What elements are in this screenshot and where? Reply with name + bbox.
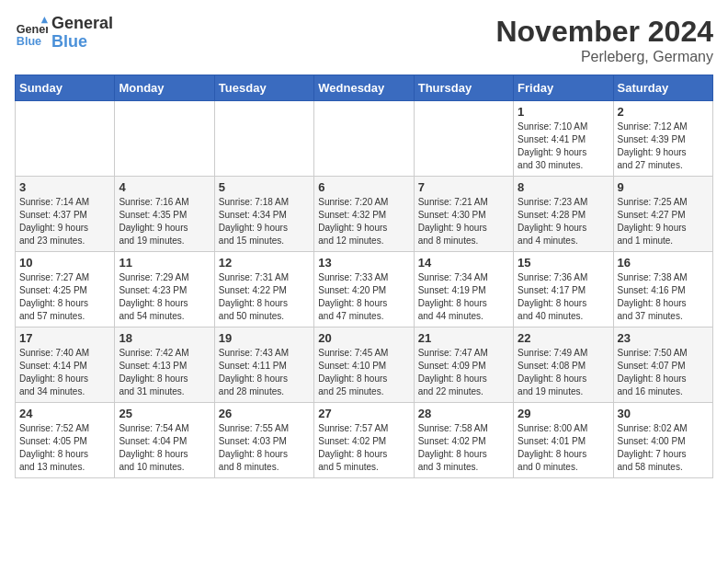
calendar-cell <box>115 101 214 177</box>
day-number: 19 <box>219 331 310 345</box>
weekday-header-friday: Friday <box>514 75 613 101</box>
day-number: 12 <box>219 256 310 270</box>
day-info: Sunrise: 7:25 AM Sunset: 4:27 PM Dayligh… <box>618 196 709 247</box>
calendar-cell: 17Sunrise: 7:40 AM Sunset: 4:14 PM Dayli… <box>16 327 115 403</box>
page-header: General Blue General Blue November 2024 … <box>15 15 713 65</box>
logo: General Blue General Blue <box>15 15 113 52</box>
calendar-cell <box>414 101 513 177</box>
calendar-week-row: 24Sunrise: 7:52 AM Sunset: 4:05 PM Dayli… <box>16 403 713 478</box>
day-number: 24 <box>19 407 110 420</box>
logo-icon: General Blue <box>15 17 48 50</box>
weekday-header-monday: Monday <box>115 75 214 101</box>
day-number: 5 <box>219 180 310 194</box>
calendar-cell: 19Sunrise: 7:43 AM Sunset: 4:11 PM Dayli… <box>214 327 313 403</box>
day-info: Sunrise: 7:12 AM Sunset: 4:39 PM Dayligh… <box>618 121 709 172</box>
day-info: Sunrise: 7:20 AM Sunset: 4:32 PM Dayligh… <box>318 196 409 247</box>
day-info: Sunrise: 7:31 AM Sunset: 4:22 PM Dayligh… <box>219 271 310 323</box>
calendar-cell: 8Sunrise: 7:23 AM Sunset: 4:28 PM Daylig… <box>514 177 613 252</box>
day-number: 28 <box>418 407 509 420</box>
logo-line2: Blue <box>51 32 87 51</box>
calendar-cell: 14Sunrise: 7:34 AM Sunset: 4:19 PM Dayli… <box>414 252 513 327</box>
day-info: Sunrise: 7:45 AM Sunset: 4:10 PM Dayligh… <box>318 347 409 398</box>
day-number: 29 <box>518 407 609 420</box>
day-number: 16 <box>618 256 709 270</box>
day-info: Sunrise: 7:49 AM Sunset: 4:08 PM Dayligh… <box>518 347 609 398</box>
day-number: 26 <box>219 407 310 420</box>
day-info: Sunrise: 8:00 AM Sunset: 4:01 PM Dayligh… <box>518 422 609 474</box>
day-number: 8 <box>518 180 609 194</box>
calendar-cell: 30Sunrise: 8:02 AM Sunset: 4:00 PM Dayli… <box>613 403 712 478</box>
calendar-cell: 22Sunrise: 7:49 AM Sunset: 4:08 PM Dayli… <box>514 327 613 403</box>
calendar-cell: 23Sunrise: 7:50 AM Sunset: 4:07 PM Dayli… <box>613 327 712 403</box>
day-number: 23 <box>618 331 709 345</box>
calendar-cell: 15Sunrise: 7:36 AM Sunset: 4:17 PM Dayli… <box>514 252 613 327</box>
day-info: Sunrise: 7:16 AM Sunset: 4:35 PM Dayligh… <box>119 196 210 247</box>
calendar-cell: 25Sunrise: 7:54 AM Sunset: 4:04 PM Dayli… <box>115 403 214 478</box>
day-info: Sunrise: 7:10 AM Sunset: 4:41 PM Dayligh… <box>518 121 609 172</box>
day-info: Sunrise: 7:38 AM Sunset: 4:16 PM Dayligh… <box>618 271 709 323</box>
page-subtitle: Perleberg, Germany <box>495 49 713 65</box>
day-number: 17 <box>19 331 110 345</box>
day-info: Sunrise: 7:14 AM Sunset: 4:37 PM Dayligh… <box>19 196 110 247</box>
weekday-header-saturday: Saturday <box>613 75 712 101</box>
day-info: Sunrise: 7:55 AM Sunset: 4:03 PM Dayligh… <box>219 422 310 474</box>
weekday-header-sunday: Sunday <box>16 75 115 101</box>
day-info: Sunrise: 7:42 AM Sunset: 4:13 PM Dayligh… <box>119 347 210 398</box>
calendar-cell: 16Sunrise: 7:38 AM Sunset: 4:16 PM Dayli… <box>613 252 712 327</box>
calendar-cell <box>314 101 414 177</box>
svg-text:Blue: Blue <box>17 34 41 47</box>
day-info: Sunrise: 7:29 AM Sunset: 4:23 PM Dayligh… <box>119 271 210 323</box>
day-info: Sunrise: 7:23 AM Sunset: 4:28 PM Dayligh… <box>518 196 609 247</box>
calendar-cell: 21Sunrise: 7:47 AM Sunset: 4:09 PM Dayli… <box>414 327 513 403</box>
day-number: 21 <box>418 331 509 345</box>
day-number: 14 <box>418 256 509 270</box>
day-number: 2 <box>618 105 709 119</box>
day-number: 20 <box>318 331 409 345</box>
calendar-cell: 4Sunrise: 7:16 AM Sunset: 4:35 PM Daylig… <box>115 177 214 252</box>
calendar-cell: 28Sunrise: 7:58 AM Sunset: 4:02 PM Dayli… <box>414 403 513 478</box>
svg-marker-2 <box>41 17 48 23</box>
day-number: 1 <box>518 105 609 119</box>
calendar-cell <box>16 101 115 177</box>
day-number: 25 <box>119 407 210 420</box>
day-info: Sunrise: 7:58 AM Sunset: 4:02 PM Dayligh… <box>418 422 509 474</box>
calendar-cell: 26Sunrise: 7:55 AM Sunset: 4:03 PM Dayli… <box>214 403 313 478</box>
day-info: Sunrise: 7:27 AM Sunset: 4:25 PM Dayligh… <box>19 271 110 323</box>
calendar-week-row: 10Sunrise: 7:27 AM Sunset: 4:25 PM Dayli… <box>16 252 713 327</box>
day-info: Sunrise: 7:52 AM Sunset: 4:05 PM Dayligh… <box>19 422 110 474</box>
calendar-cell: 27Sunrise: 7:57 AM Sunset: 4:02 PM Dayli… <box>314 403 414 478</box>
calendar-cell: 12Sunrise: 7:31 AM Sunset: 4:22 PM Dayli… <box>214 252 313 327</box>
day-info: Sunrise: 7:40 AM Sunset: 4:14 PM Dayligh… <box>19 347 110 398</box>
calendar-cell: 29Sunrise: 8:00 AM Sunset: 4:01 PM Dayli… <box>514 403 613 478</box>
calendar-week-row: 3Sunrise: 7:14 AM Sunset: 4:37 PM Daylig… <box>16 177 713 252</box>
weekday-header-tuesday: Tuesday <box>214 75 313 101</box>
calendar-table: SundayMondayTuesdayWednesdayThursdayFrid… <box>15 75 713 478</box>
day-number: 18 <box>119 331 210 345</box>
calendar-cell: 11Sunrise: 7:29 AM Sunset: 4:23 PM Dayli… <box>115 252 214 327</box>
day-number: 30 <box>618 407 709 420</box>
day-info: Sunrise: 7:33 AM Sunset: 4:20 PM Dayligh… <box>318 271 409 323</box>
day-info: Sunrise: 7:18 AM Sunset: 4:34 PM Dayligh… <box>219 196 310 247</box>
day-info: Sunrise: 7:57 AM Sunset: 4:02 PM Dayligh… <box>318 422 409 474</box>
title-block: November 2024 Perleberg, Germany <box>495 15 713 65</box>
day-info: Sunrise: 7:43 AM Sunset: 4:11 PM Dayligh… <box>219 347 310 398</box>
day-number: 4 <box>119 180 210 194</box>
day-number: 3 <box>19 180 110 194</box>
day-info: Sunrise: 8:02 AM Sunset: 4:00 PM Dayligh… <box>618 422 709 474</box>
logo-text: General Blue <box>51 15 113 52</box>
calendar-cell: 1Sunrise: 7:10 AM Sunset: 4:41 PM Daylig… <box>514 101 613 177</box>
calendar-cell: 3Sunrise: 7:14 AM Sunset: 4:37 PM Daylig… <box>16 177 115 252</box>
day-number: 6 <box>318 180 409 194</box>
day-info: Sunrise: 7:34 AM Sunset: 4:19 PM Dayligh… <box>418 271 509 323</box>
calendar-cell: 5Sunrise: 7:18 AM Sunset: 4:34 PM Daylig… <box>214 177 313 252</box>
day-info: Sunrise: 7:21 AM Sunset: 4:30 PM Dayligh… <box>418 196 509 247</box>
calendar-cell <box>214 101 313 177</box>
logo-line1: General <box>51 14 113 32</box>
calendar-cell: 7Sunrise: 7:21 AM Sunset: 4:30 PM Daylig… <box>414 177 513 252</box>
calendar-cell: 24Sunrise: 7:52 AM Sunset: 4:05 PM Dayli… <box>16 403 115 478</box>
weekday-header-thursday: Thursday <box>414 75 513 101</box>
calendar-week-row: 1Sunrise: 7:10 AM Sunset: 4:41 PM Daylig… <box>16 101 713 177</box>
day-number: 7 <box>418 180 509 194</box>
calendar-cell: 9Sunrise: 7:25 AM Sunset: 4:27 PM Daylig… <box>613 177 712 252</box>
calendar-cell: 18Sunrise: 7:42 AM Sunset: 4:13 PM Dayli… <box>115 327 214 403</box>
